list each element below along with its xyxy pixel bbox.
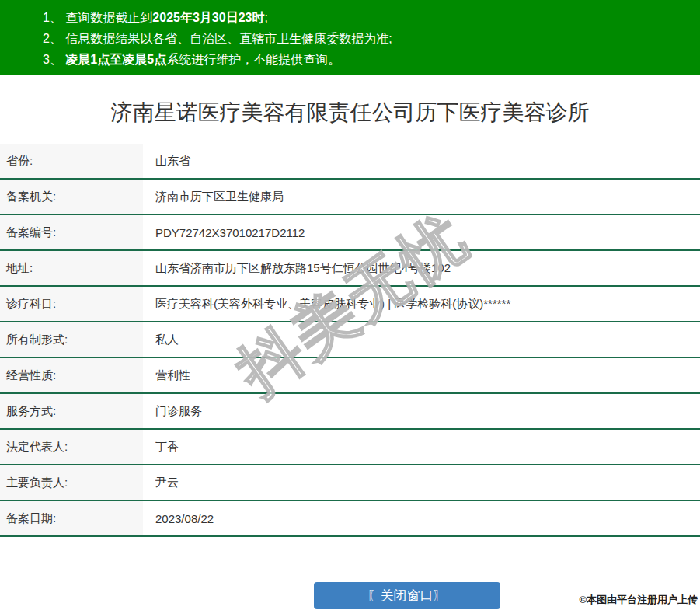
table-row-address: 地址: 山东省济南市历下区解放东路15号仁恒公园世纪4号楼102 [0,251,700,287]
row-value: 山东省 [143,144,700,178]
row-label: 所有制形式: [0,322,143,357]
notice-line-3: 3、 凌晨1点至凌晨5点系统进行维护，不能提供查询。 [43,49,692,70]
table-row-province: 省份: 山东省 [0,144,700,180]
row-value: 营利性 [143,358,700,392]
table-row-filing-date: 备案日期: 2023/08/22 [0,501,700,537]
row-label: 服务方式: [0,394,143,428]
notice-line-3-bold: 凌晨1点至凌晨5点 [65,53,166,66]
notice-line-3-pre: 3、 [43,53,65,66]
notice-line-1-pre: 1、 查询数据截止到 [43,11,152,24]
table-row-operation-nature: 经营性质: 营利性 [0,358,700,394]
row-value: 丁香 [143,430,700,464]
notice-line-1-bold: 2025年3月30日23时 [152,11,264,24]
table-row-medical-subjects: 诊疗科目: 医疗美容科(美容外科专业、美容皮肤科专业) | 医学检验科(协议)*… [0,287,700,322]
notice-line-3-post: 系统进行维护，不能提供查询。 [166,53,340,66]
row-label: 省份: [0,144,143,178]
row-label: 地址: [0,251,143,285]
row-label: 备案机关: [0,180,143,214]
row-value: 2023/08/22 [143,501,700,535]
row-value: 山东省济南市历下区解放东路15号仁恒公园世纪4号楼102 [143,251,700,285]
row-label: 法定代表人: [0,430,143,464]
row-value: PDY72742X37010217D2112 [143,215,700,249]
notice-line-1: 1、 查询数据截止到2025年3月30日23时; [43,7,692,28]
table-row-service-mode: 服务方式: 门诊服务 [0,394,700,430]
row-label: 主要负责人: [0,465,143,500]
row-label: 诊疗科目: [0,287,143,321]
row-label: 备案编号: [0,215,143,249]
row-label: 经营性质: [0,358,143,392]
notice-line-1-post: ; [264,11,267,24]
row-label: 备案日期: [0,501,143,535]
detail-table: 省份: 山东省 备案机关: 济南市历下区卫生健康局 备案编号: PDY72742… [0,144,700,537]
table-row-filing-number: 备案编号: PDY72742X37010217D2112 [0,215,700,251]
table-row-ownership: 所有制形式: 私人 [0,322,700,358]
table-row-principal: 主要负责人: 尹云 [0,465,700,501]
row-value: 门诊服务 [143,394,700,428]
close-window-button[interactable]: 〖关闭窗口〗 [314,582,500,609]
row-value: 尹云 [143,465,700,500]
notice-line-2-pre: 2、 信息数据结果以各省、自治区、直辖市卫生健康委数据为准; [43,32,392,45]
row-value: 医疗美容科(美容外科专业、美容皮肤科专业) | 医学检验科(协议)****** [143,287,700,321]
page-title: 济南星诺医疗美容有限责任公司历下医疗美容诊所 [0,97,700,128]
notice-line-2: 2、 信息数据结果以各省、自治区、直辖市卫生健康委数据为准; [43,28,692,49]
upload-attribution-note: ©本图由平台注册用户上传 [579,593,698,607]
row-value: 济南市历下区卫生健康局 [143,180,700,214]
table-row-filing-authority: 备案机关: 济南市历下区卫生健康局 [0,180,700,215]
notice-banner: 1、 查询数据截止到2025年3月30日23时; 2、 信息数据结果以各省、自治… [0,0,700,75]
row-value: 私人 [143,322,700,357]
table-row-legal-representative: 法定代表人: 丁香 [0,430,700,465]
